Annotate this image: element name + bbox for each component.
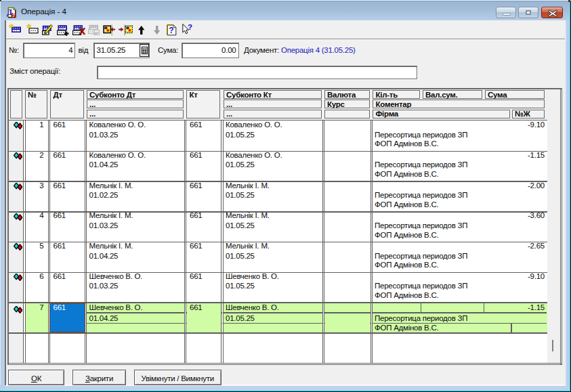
svg-text:?: ? bbox=[188, 24, 192, 31]
svg-text:К: К bbox=[11, 11, 16, 18]
svg-text:?: ? bbox=[169, 26, 173, 35]
